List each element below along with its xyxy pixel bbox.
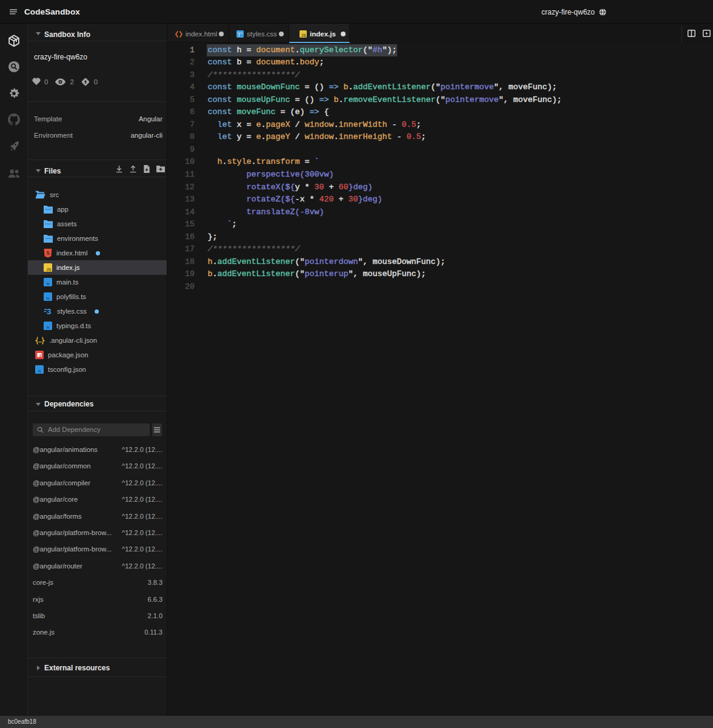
svg-text:n: n — [47, 281, 50, 286]
svg-text:JS: JS — [301, 33, 307, 38]
svg-text:n: n — [47, 325, 50, 330]
svg-text:n: n — [38, 368, 41, 374]
svg-text:5: 5 — [47, 249, 50, 255]
svg-text:JS: JS — [46, 268, 52, 272]
svg-text:n: n — [47, 295, 50, 301]
svg-text:3: 3 — [47, 307, 52, 315]
